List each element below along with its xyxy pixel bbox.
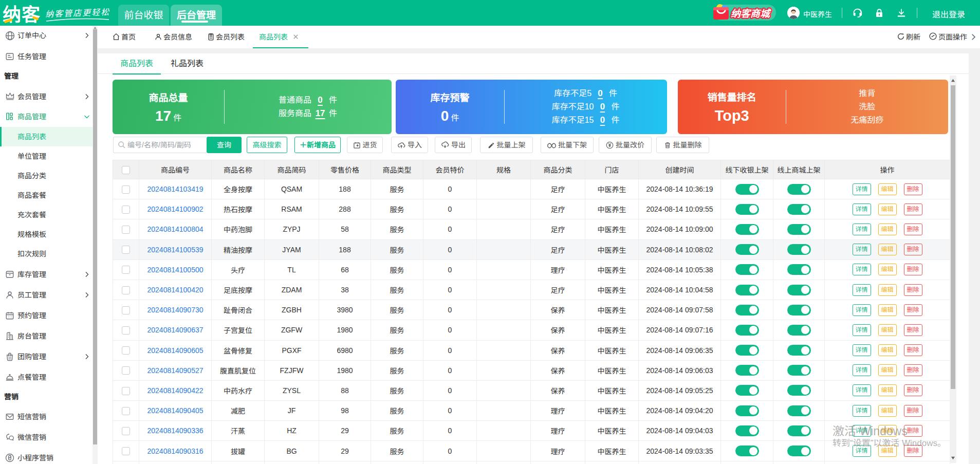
svg-text:团: 团 <box>8 357 11 360</box>
svg-text:纳客商城: 纳客商城 <box>731 8 771 19</box>
